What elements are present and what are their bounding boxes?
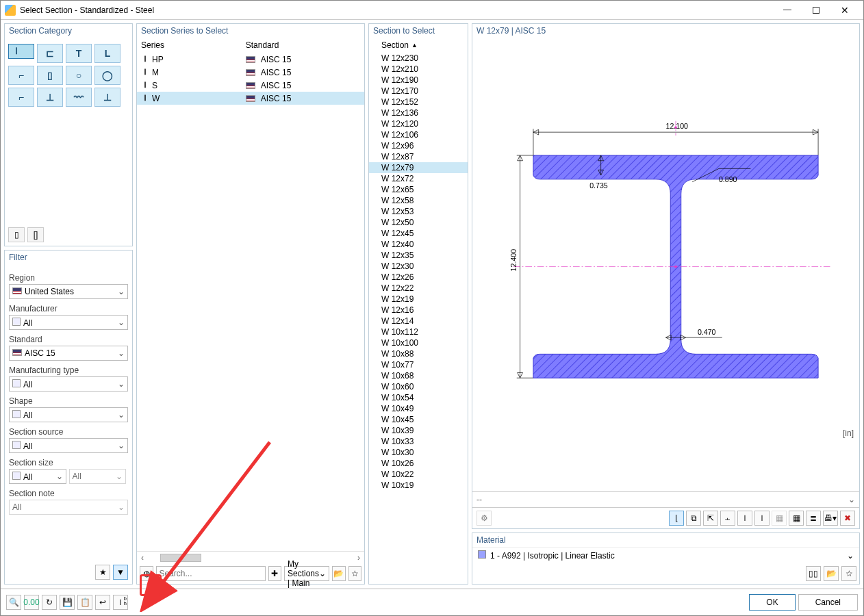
section-row[interactable]: W 12x120 [369,118,468,129]
ok-button[interactable]: OK [749,594,795,611]
sectionlist-sort[interactable]: Section▲ [369,38,468,53]
filter-standard-select[interactable]: AISC 15⌄ [9,346,128,361]
bb-save-button[interactable]: 💾 [60,595,75,610]
section-row[interactable]: W 12x96 [369,140,468,151]
filter-manufacturer-select[interactable]: All⌄ [9,315,128,330]
cat-l-shape[interactable]: L [94,44,120,63]
section-row[interactable]: W 12x40 [369,239,468,250]
cat-tee2-shape[interactable]: ⊥ [37,88,63,107]
filter-source-select[interactable]: All⌄ [9,438,128,453]
section-row[interactable]: W 10x49 [369,403,468,414]
section-row[interactable]: W 10x22 [369,469,468,480]
bb-units-button[interactable]: 0.00 [24,595,39,610]
filter-star-button[interactable]: ★ [95,565,110,580]
section-row[interactable]: W 12x58 [369,195,468,206]
material-open-button[interactable]: 📂 [824,566,839,581]
section-row[interactable]: W 12x35 [369,250,468,261]
filter-size2-select[interactable]: All⌄ [69,469,127,484]
material-lib-button[interactable]: ▯▯ [806,566,821,581]
preview-grid-button[interactable]: ▦ [789,511,804,526]
section-row[interactable]: W 12x45 [369,228,468,239]
section-row[interactable]: W 12x170 [369,86,468,97]
filter-shape-select[interactable]: All⌄ [9,407,128,422]
section-preview-canvas[interactable]: 12.100 0.735 0.890 12.4 [475,53,856,444]
preview-props-button[interactable]: ⚙ [477,511,492,526]
standard-col-header[interactable]: Standard [242,38,364,53]
series-hscroll[interactable]: ‹› [137,551,364,563]
preview-mode5-button[interactable]: Ｉ [737,511,752,526]
section-row[interactable]: W 12x19 [369,294,468,305]
section-row[interactable]: W 12x50 [369,217,468,228]
section-row[interactable]: W 10x77 [369,359,468,370]
series-new-button[interactable]: ☆ [348,566,362,581]
section-row[interactable]: W 12x190 [369,75,468,86]
series-open-button[interactable]: 📂 [332,566,346,581]
preview-mode4-button[interactable]: ⫠ [720,511,735,526]
preview-list-button[interactable]: ≣ [806,511,821,526]
preview-mode3-button[interactable]: ⇱ [703,511,718,526]
series-row[interactable]: ＩSAISC 15 [137,79,364,92]
cat-rect-shape[interactable]: ▯ [37,66,63,85]
preview-mode2-button[interactable]: ⧉ [686,511,701,526]
section-row[interactable]: W 10x88 [369,348,468,359]
close-button[interactable]: ✕ [830,1,859,19]
material-new-button[interactable]: ☆ [841,566,856,581]
series-add-button[interactable]: ✚ [268,566,282,581]
section-row[interactable]: W 10x33 [369,436,468,447]
section-row[interactable]: W 10x60 [369,381,468,392]
section-row[interactable]: W 10x26 [369,458,468,469]
section-row[interactable]: W 12x14 [369,316,468,326]
filter-mtype-select[interactable]: All⌄ [9,376,128,392]
filter-region-select[interactable]: United States⌄ [9,284,128,299]
filter-note-select[interactable]: All⌄ [9,500,128,515]
section-row[interactable]: W 12x72 [369,173,468,184]
cat-c-shape[interactable]: ⊏ [37,44,63,63]
cat-t-shape[interactable]: T [66,44,92,63]
section-row[interactable]: W 12x16 [369,305,468,316]
section-row[interactable]: W 12x136 [369,107,468,118]
series-search-input[interactable] [156,566,266,581]
cat-wave-shape[interactable]: 〰 [66,88,92,107]
bb-sectionparams-button[interactable]: Ｉbh [113,595,128,610]
section-row[interactable]: W 10x19 [369,480,468,491]
section-row[interactable]: W 12x152 [369,97,468,107]
section-row[interactable]: W 10x30 [369,447,468,458]
series-col-header[interactable]: Series [137,38,242,53]
material-select[interactable]: 1 - A992 | Isotropic | Linear Elastic ⌄ [472,547,859,563]
section-row[interactable]: W 12x87 [369,151,468,162]
series-row[interactable]: ＩWAISC 15 [137,92,364,105]
section-row[interactable]: W 12x26 [369,272,468,283]
cat-angle-shape[interactable]: ⌐ [8,66,34,85]
section-row[interactable]: W 12x22 [369,283,468,294]
cat-solidrect-button[interactable]: ▯ [8,227,25,242]
filter-funnel-button[interactable]: ▼ [113,565,128,580]
cat-i-shape[interactable]: Ｉ [8,44,34,59]
cat-person-shape[interactable]: ⊥ [94,88,120,107]
maximize-button[interactable] [802,1,830,19]
section-row[interactable]: W 10x45 [369,414,468,425]
bb-undo-button[interactable]: ↩ [95,595,110,610]
section-row[interactable]: W 12x106 [369,129,468,140]
minimize-button[interactable] [773,1,802,19]
cat-oval-shape[interactable]: ◯ [94,66,120,85]
bb-refresh-button[interactable]: ↻ [42,595,57,610]
bb-copy-button[interactable]: 📋 [77,595,92,610]
section-row[interactable]: W 12x30 [369,261,468,272]
bb-search-button[interactable]: 🔍 [6,595,21,610]
section-row[interactable]: W 10x100 [369,337,468,348]
section-row[interactable]: W 10x112 [369,326,468,337]
section-row[interactable]: W 10x39 [369,425,468,436]
section-row[interactable]: W 10x54 [369,392,468,403]
preview-mode1-button[interactable]: ⌊ [669,511,684,526]
preview-mode6-button[interactable]: Ｉ [754,511,770,526]
section-row[interactable]: W 12x230 [369,53,468,64]
series-cube-button[interactable]: ◍ [140,566,153,581]
section-row[interactable]: W 12x210 [369,64,468,75]
preview-mid-select[interactable]: --⌄ [472,491,859,508]
series-row[interactable]: ＩHPAISC 15 [137,53,364,66]
mysections-select[interactable]: My Sections | Main⌄ [284,566,329,581]
section-row[interactable]: W 12x53 [369,206,468,217]
section-row[interactable]: W 10x68 [369,370,468,381]
preview-reset-button[interactable]: ✖ [840,511,855,526]
cancel-button[interactable]: Cancel [798,594,858,611]
